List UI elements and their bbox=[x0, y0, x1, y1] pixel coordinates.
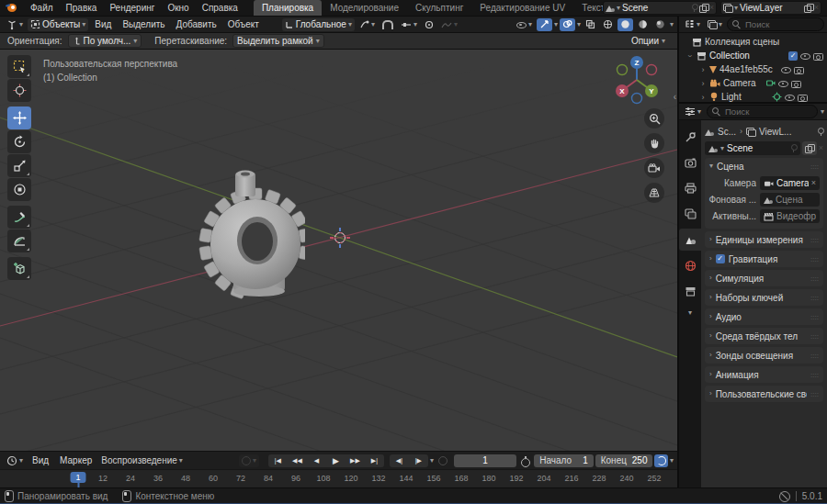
drag-setting-dropdown[interactable]: Выделить рамкой ▾ bbox=[232, 34, 324, 48]
new-datablock-button[interactable] bbox=[802, 141, 817, 155]
play-button[interactable]: ▶ bbox=[326, 454, 346, 467]
current-frame-field[interactable]: 1 bbox=[454, 454, 516, 467]
navigation-gizmo[interactable]: Z X Y bbox=[609, 51, 666, 108]
cursor-tool[interactable] bbox=[7, 79, 31, 102]
vp-menu-object[interactable]: Объект bbox=[223, 19, 264, 29]
object-visibility-dropdown[interactable]: ▾ bbox=[514, 18, 535, 31]
snap-toggle[interactable] bbox=[380, 18, 396, 31]
playhead[interactable]: 1 bbox=[70, 472, 85, 483]
render-visibility-icon[interactable] bbox=[813, 51, 823, 60]
tab-tool[interactable] bbox=[679, 126, 701, 148]
panel-rigid-body-header[interactable]: ›Среда твёрдых тел:::: bbox=[705, 328, 823, 344]
gravity-checkbox[interactable]: ✓ bbox=[716, 254, 725, 263]
annotate-tool[interactable] bbox=[7, 206, 31, 229]
scene-panel-header[interactable]: ▾ Сцена :::: bbox=[705, 158, 823, 174]
chevron-down-icon[interactable]: ▾ bbox=[554, 21, 558, 28]
drag-handle-icon[interactable]: :::: bbox=[810, 274, 819, 283]
render-visibility-icon[interactable] bbox=[798, 93, 808, 101]
drag-handle-icon[interactable]: :::: bbox=[810, 390, 819, 398]
menu-window[interactable]: Окно bbox=[161, 0, 195, 16]
collection-checkbox[interactable]: ✓ bbox=[788, 51, 798, 61]
tab-scene[interactable] bbox=[679, 229, 701, 251]
tab-world[interactable] bbox=[679, 254, 701, 276]
expand-icon[interactable]: › bbox=[699, 65, 707, 74]
playback-sync-button[interactable] bbox=[654, 454, 668, 467]
camera-object-row[interactable]: › Camera bbox=[679, 76, 827, 90]
shading-solid-button[interactable] bbox=[617, 18, 633, 31]
shading-material-button[interactable] bbox=[635, 18, 651, 31]
xray-toggle[interactable] bbox=[583, 18, 598, 31]
properties-search-input[interactable] bbox=[723, 106, 812, 118]
falloff-dropdown[interactable]: ▾ bbox=[438, 18, 460, 31]
hide-eye-icon[interactable] bbox=[800, 52, 810, 60]
orientation-setting-dropdown[interactable]: По умолч... ▾ bbox=[68, 34, 142, 48]
drag-handle-icon[interactable]: :::: bbox=[810, 332, 819, 341]
pin-icon[interactable] bbox=[790, 144, 797, 152]
mode-selector[interactable]: Объекты ▾ bbox=[28, 18, 88, 31]
tab-collection[interactable] bbox=[679, 280, 701, 302]
vp-menu-view[interactable]: Вид bbox=[90, 19, 116, 29]
active-clip-field[interactable]: Видеофрагм bbox=[760, 209, 820, 223]
prev-keyframe-button[interactable]: ◀◀ bbox=[288, 454, 307, 467]
menu-file[interactable]: Файл bbox=[24, 0, 60, 16]
scale-tool[interactable] bbox=[7, 154, 31, 177]
move-tool[interactable] bbox=[7, 106, 31, 129]
expand-icon[interactable]: › bbox=[699, 79, 707, 88]
unlink-scene-icon[interactable]: × bbox=[709, 4, 714, 12]
gizmos-toggle[interactable] bbox=[537, 18, 552, 31]
outliner-filter-button[interactable]: ▾ bbox=[705, 18, 725, 31]
frame-forward-button[interactable]: |▶ bbox=[409, 454, 428, 467]
camera-property-field[interactable]: Camera × bbox=[760, 176, 820, 190]
transform-orientation-dropdown[interactable]: Глобальное ▾ bbox=[282, 18, 355, 31]
shading-wireframe-button[interactable] bbox=[600, 18, 616, 31]
collection-row[interactable]: › Collection ✓ bbox=[679, 49, 827, 62]
expand-icon[interactable]: › bbox=[699, 93, 707, 102]
playback-menu[interactable]: Воспроизведение ▾ bbox=[98, 454, 186, 467]
menu-render[interactable]: Рендеринг bbox=[103, 0, 161, 16]
expand-icon[interactable]: › bbox=[685, 52, 695, 60]
drag-handle-icon[interactable]: :::: bbox=[810, 236, 819, 244]
timeline-ruler[interactable]: 1 12 24 36 48 60 72 84 96 108 120 132 14… bbox=[0, 469, 677, 487]
chevron-down-icon[interactable]: ▾ bbox=[670, 457, 674, 465]
add-cube-tool[interactable] bbox=[7, 257, 31, 280]
new-scene-icon[interactable] bbox=[699, 4, 708, 12]
panel-gravity-header[interactable]: ›✓Гравитация:::: bbox=[705, 251, 823, 267]
jump-to-start-button[interactable]: |◀ bbox=[268, 454, 288, 467]
breadcrumb-viewlayer[interactable]: ViewL... bbox=[759, 127, 791, 137]
drag-handle-icon[interactable]: :::: bbox=[810, 294, 819, 302]
new-viewlayer-icon[interactable] bbox=[804, 4, 812, 12]
pan-button[interactable] bbox=[644, 133, 664, 153]
panel-custom-properties-header[interactable]: ›Пользовательские свойс:::: bbox=[705, 386, 823, 402]
chevron-down-icon[interactable]: ▾ bbox=[430, 457, 434, 465]
sidebar-collapse-arrow[interactable]: ‹ bbox=[674, 92, 676, 102]
hide-eye-icon[interactable] bbox=[778, 80, 788, 87]
tab-view-layer[interactable] bbox=[679, 203, 701, 225]
tab-render[interactable] bbox=[679, 151, 701, 174]
scene-collection-row[interactable]: Коллекция сцены bbox=[679, 35, 827, 49]
camera-view-button[interactable] bbox=[644, 158, 664, 178]
hide-eye-icon[interactable] bbox=[781, 66, 791, 73]
frame-end-field[interactable]: Конец 250 bbox=[595, 454, 653, 467]
keying-set-button[interactable] bbox=[436, 454, 450, 467]
more-tabs-icon[interactable]: ▾ bbox=[688, 309, 692, 317]
drag-handle-icon[interactable]: :::: bbox=[810, 371, 819, 379]
properties-search[interactable] bbox=[707, 105, 818, 118]
snap-with-dropdown[interactable]: ▾ bbox=[398, 18, 420, 31]
chevron-down-icon[interactable]: ▾ bbox=[577, 21, 581, 28]
panel-units-header[interactable]: ›Единицы измерения:::: bbox=[705, 231, 823, 248]
tab-uv-editing[interactable]: Редактирование UV bbox=[471, 0, 573, 16]
drag-handle-icon[interactable]: :::: bbox=[810, 162, 819, 171]
pin-id-icon[interactable] bbox=[817, 128, 823, 136]
remove-viewlayer-icon[interactable]: × bbox=[814, 4, 819, 12]
panel-simulation-header[interactable]: ›Симуляция:::: bbox=[705, 270, 823, 286]
vp-menu-add[interactable]: Добавить bbox=[172, 19, 221, 29]
background-scene-field[interactable]: Сцена bbox=[760, 193, 820, 207]
frame-start-field[interactable]: Начало 1 bbox=[534, 454, 594, 467]
clear-camera-icon[interactable]: × bbox=[811, 179, 816, 187]
proportional-editing-toggle[interactable] bbox=[422, 18, 436, 31]
3d-viewport[interactable]: Пользовательская перспектива (1) Collect… bbox=[0, 50, 677, 451]
timeline-editor-type-button[interactable]: ▾ bbox=[4, 454, 26, 467]
perspective-toggle-button[interactable] bbox=[644, 183, 664, 203]
breadcrumb-scene[interactable]: Sc... bbox=[718, 127, 736, 137]
jump-to-end-button[interactable]: ▶| bbox=[365, 454, 384, 467]
